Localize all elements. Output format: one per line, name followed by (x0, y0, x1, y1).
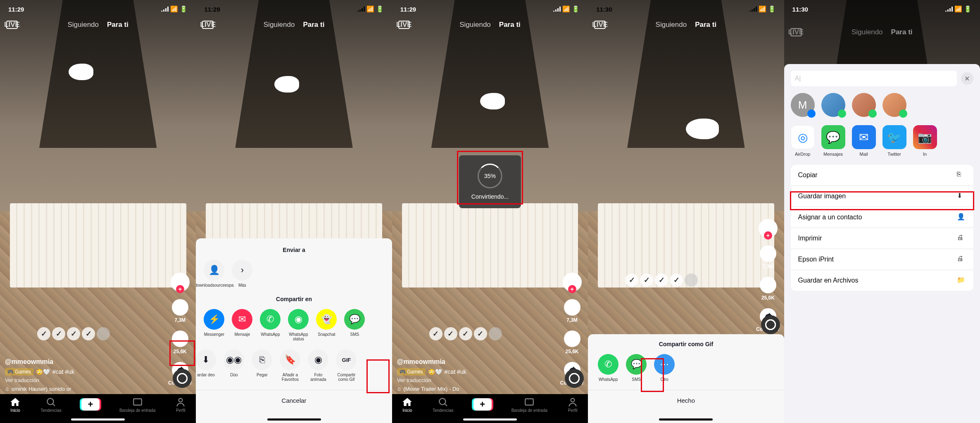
tab-following[interactable]: Siguiendo (67, 21, 99, 29)
mensajes-app[interactable]: 💬Mensajes (821, 125, 845, 157)
video-username[interactable]: @mmeowmmia (397, 358, 555, 366)
translate-link[interactable]: Ver traducción (397, 377, 555, 383)
duo-item[interactable]: ◉◉Dúo (222, 349, 246, 382)
tab-for-you[interactable]: Para ti (695, 21, 716, 29)
nav-trends[interactable]: Tendencias (433, 397, 454, 413)
status-bar: 11:29 📶 🔋 (196, 0, 392, 18)
nav-inbox[interactable]: Bandeja de entrada (119, 397, 155, 413)
done-button[interactable]: Hecho (588, 390, 784, 411)
video-username[interactable]: @mmeowmmia (5, 358, 163, 366)
live-photo-icon: ◉ (308, 349, 328, 370)
snapchat-item[interactable]: 👻Snapchat (314, 309, 338, 341)
snapchat-icon: 👻 (316, 309, 337, 330)
contact-icon: 👤 (957, 213, 966, 222)
like-action[interactable]: ♥7,3M (760, 245, 776, 269)
mail-app[interactable]: ✉Mail (852, 125, 876, 157)
profile-avatar[interactable]: + (171, 273, 190, 292)
nav-home[interactable]: Inicio (10, 397, 21, 413)
status-icons: 📶 🔋 (553, 5, 580, 13)
like-action[interactable]: ♥7,3M (564, 299, 580, 323)
copiar-action[interactable]: Copiar⎘ (791, 165, 973, 186)
nav-create[interactable]: + (473, 398, 492, 411)
follow-plus-icon[interactable]: + (764, 231, 772, 240)
home-indicator[interactable] (267, 418, 321, 421)
favoritos-item[interactable]: 🔖Añadir a Favoritos (278, 349, 302, 382)
music-info[interactable]: ♫ (Movie Trailer Mix) - Do (397, 386, 555, 392)
contact-3[interactable] (852, 93, 876, 117)
like-action[interactable]: ♥ 7,3M (172, 299, 188, 323)
epson-action[interactable]: Epson iPrint🖨 (791, 249, 973, 270)
cancel-button[interactable]: Cancelar (196, 390, 392, 411)
contact-item[interactable]: 👤 downloadsourceespa (202, 260, 226, 288)
comment-action[interactable]: ⋯25,6K (760, 277, 776, 301)
follow-plus-icon[interactable]: + (176, 285, 184, 293)
music-info[interactable]: ♫ ominik Hauser) sonido or (5, 386, 163, 392)
whatsapp-status-item[interactable]: ◉WhatsApp status (286, 309, 310, 341)
nav-profile[interactable]: Perfil (567, 397, 578, 413)
twitter-app[interactable]: 🐦Twitter (882, 125, 906, 157)
gif-whatsapp-item[interactable]: ✆WhatsApp (596, 354, 620, 382)
tab-for-you[interactable]: Para ti (499, 21, 521, 29)
battery-icon: 🔋 (180, 5, 188, 13)
gif-icon: GIF (336, 349, 357, 370)
checkmarks: ✓✓✓✓ (429, 327, 502, 340)
save-video-item[interactable]: ⬇ardar deo (196, 349, 218, 382)
profile-avatar[interactable]: + (759, 219, 778, 238)
games-tag[interactable]: 🎮 Games (397, 368, 426, 375)
mensaje-icon: ✉ (232, 309, 252, 330)
ios-contacts-row: M (784, 93, 980, 125)
contact-avatar: 👤 (204, 260, 224, 280)
ios-text-input[interactable]: A| (791, 71, 957, 86)
messenger-item[interactable]: ⚡Messenger (202, 309, 226, 341)
svg-point-2 (179, 398, 183, 402)
imprimir-action[interactable]: Imprimir🖨 (791, 228, 973, 249)
pegar-item[interactable]: ⎘Pegar (250, 349, 274, 382)
gif-item[interactable]: GIFCompartir como Gif (334, 349, 358, 382)
video-info: @mmeowmmia 🎮 Games 😳🤍 #cat #uk Ver tradu… (397, 358, 555, 392)
heart-icon: ♥ (760, 245, 776, 262)
instagram-app[interactable]: 📷In (913, 125, 937, 157)
nav-trends[interactable]: Tendencias (40, 397, 62, 413)
home-indicator[interactable] (463, 418, 517, 421)
more-contacts[interactable]: › Más (230, 260, 254, 288)
foto-animada-item[interactable]: ◉Foto animada (306, 349, 330, 382)
sms-item[interactable]: 💬SMS (343, 309, 366, 341)
contact-4[interactable] (882, 93, 906, 117)
music-disc[interactable] (565, 369, 584, 388)
close-button[interactable]: ✕ (961, 72, 973, 85)
music-disc[interactable] (761, 315, 780, 334)
tab-following[interactable]: Siguiendo (459, 21, 491, 29)
comment-action[interactable]: ⋯25,6K (564, 330, 580, 354)
home-indicator[interactable] (659, 418, 713, 421)
tab-following: Siguiendo (852, 28, 883, 36)
checkmarks: ✓✓✓✓ (625, 273, 698, 287)
home-indicator[interactable] (71, 418, 125, 421)
live-icon[interactable]: LIVE (398, 21, 410, 29)
nav-create[interactable]: + (81, 398, 100, 411)
contact-m[interactable]: M (791, 93, 815, 117)
top-nav: LIVE Siguiendo Para ti (588, 21, 784, 29)
live-icon[interactable]: LIVE (594, 21, 606, 29)
status-time: 11:30 (792, 6, 808, 13)
mensaje-item[interactable]: ✉Mensaje (230, 309, 254, 341)
gif-share-sheet: Compartir como Gif ✆WhatsApp 💬SMS ⋯Otro … (588, 334, 784, 423)
tab-following[interactable]: Siguiendo (656, 21, 687, 29)
tab-following[interactable]: Siguiendo (264, 21, 295, 29)
translate-link[interactable]: Ver traducción (5, 377, 163, 383)
airdrop-app[interactable]: ◎AirDrop (791, 125, 815, 157)
games-tag[interactable]: 🎮 Games (5, 368, 33, 375)
live-icon[interactable]: LIVE (6, 21, 18, 29)
nav-profile[interactable]: Perfil (175, 397, 186, 413)
nav-home[interactable]: Inicio (402, 397, 413, 413)
archivos-action[interactable]: Guardar en Archivos📁 (791, 270, 973, 291)
tab-for-you[interactable]: Para ti (107, 21, 128, 29)
heart-icon: ♥ (564, 299, 580, 316)
contact-2[interactable] (821, 93, 845, 117)
live-icon[interactable]: LIVE (202, 21, 214, 29)
profile-avatar[interactable]: + (563, 273, 582, 292)
follow-plus-icon[interactable]: + (568, 285, 576, 293)
whatsapp-item[interactable]: ✆WhatsApp (258, 309, 282, 341)
tab-for-you[interactable]: Para ti (303, 21, 324, 29)
nav-inbox[interactable]: Bandeja de entrada (511, 397, 547, 413)
messages-icon: 💬 (821, 125, 845, 149)
